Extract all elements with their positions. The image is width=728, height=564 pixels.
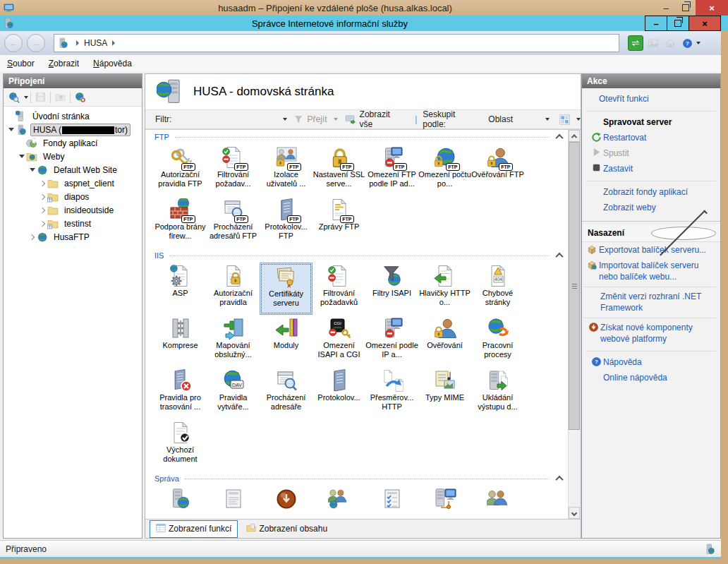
feature-omezen-po-tu-po[interactable]: FTPOmezení počtu po... [418, 144, 471, 196]
tree-expander-icon[interactable] [38, 217, 47, 230]
tree-item-default-web-site[interactable]: Default Web Site [4, 163, 142, 176]
action-online-n-pov-da[interactable]: Online nápověda [586, 370, 716, 385]
scroll-up-button[interactable] [569, 130, 580, 142]
feature-mapov-n-obslu-n[interactable]: Mapování obslužný... [207, 315, 260, 367]
menu-zobrazit[interactable]: Zobrazit [42, 56, 86, 71]
tree-expander-icon[interactable] [28, 230, 37, 244]
tree-item-testinst[interactable]: testinst [4, 217, 142, 230]
feature-nastaven-ssl-serve[interactable]: FTPNastavení SSL serve... [313, 144, 365, 196]
section-collapse-button[interactable] [554, 132, 564, 142]
create-connection-caret-icon[interactable] [24, 96, 28, 99]
breadcrumb-arrow-icon[interactable] [76, 40, 79, 46]
tab-zobrazeni-obsahu[interactable]: Zobrazení obsahu [241, 521, 333, 537]
view-mode-caret-icon[interactable] [576, 118, 581, 121]
action-zobrazit-fondy-aplikac[interactable]: Zobrazit fondy aplikací [586, 184, 716, 200]
app-close-button[interactable]: × [688, 16, 721, 31]
action-otev-t-funkci[interactable]: Otevřít funkci [582, 91, 720, 107]
filter-dropdown-caret-icon[interactable] [283, 118, 287, 121]
help-button[interactable]: ? [680, 36, 694, 50]
rdp-restore-button[interactable] [676, 0, 696, 16]
tree-item-insideoutside[interactable]: insideoutside [4, 203, 142, 217]
vertical-scrollbar[interactable] [568, 130, 581, 519]
action-zm-nit-verzi-rozhran-net-framework[interactable]: Změnit verzi rozhraní .NET Framework [583, 287, 716, 316]
feature-servernet[interactable] [418, 486, 471, 519]
feature-moduly[interactable]: Moduly [260, 315, 313, 367]
feature-omezen-ftp-podle-ip-ad[interactable]: FTPOmezení FTP podle IP ad... [365, 144, 418, 196]
breadcrumb-node[interactable]: HUSA [84, 38, 107, 48]
feature-izolace-u-ivatel[interactable]: FTPIzolace uživatelů ... [260, 144, 313, 196]
tree-expander-icon[interactable] [6, 123, 16, 136]
action-zobrazit-weby[interactable]: Zobrazit weby [586, 200, 716, 215]
app-minimize-button[interactable]: – [645, 16, 667, 31]
action-exportovat-bal-ek-serveru[interactable]: Exportovat balíček serveru... [582, 242, 720, 258]
feature-p-esm-rov-http[interactable]: Přesměrov... HTTP [365, 367, 418, 419]
feature-proch-zen-adres-e[interactable]: Procházení adresáře [260, 367, 313, 419]
action-importovat-bal-ek-serveru-nebo-bal-ek-webu[interactable]: Importovat balíček serveru nebo balíček … [582, 258, 720, 284]
menu-napoveda[interactable]: Nápověda [86, 56, 139, 71]
back-button[interactable]: ← [4, 34, 23, 52]
feature-filtry-isapi[interactable]: Filtry ISAPI [365, 263, 418, 315]
feature-ukl-d-n-v-stupu-d[interactable]: Ukládání výstupu d... [471, 367, 524, 419]
feature-pravidla-vytv-e[interactable]: DAVPravidla vytváře... [207, 367, 260, 419]
breadcrumb[interactable]: HUSA [54, 34, 619, 52]
tree-item-husa-tor[interactable]: HUSA (tor) [4, 123, 142, 136]
feature-serverglobe[interactable] [154, 486, 207, 519]
action-n-pov-da[interactable]: ?Nápověda [586, 354, 716, 370]
rdp-close-button[interactable]: × [696, 0, 728, 16]
feature-autoriza-n-pravidla-ftp[interactable]: FTPAutorizační pravidla FTP [154, 144, 207, 196]
app-restore-button[interactable] [667, 16, 689, 31]
rdp-minimize-button[interactable]: – [656, 0, 676, 16]
tree-item-aspnet-client[interactable]: aspnet_client [4, 176, 142, 190]
group-by-select[interactable]: Oblast [488, 114, 513, 124]
menu-soubor[interactable]: Soubor [0, 56, 42, 71]
feature-ov-ov-n[interactable]: Ověřování [418, 315, 471, 367]
feature-filtrov-n-po-adavk[interactable]: Filtrování požadavků [313, 263, 365, 315]
refresh-connection-button[interactable] [628, 35, 643, 51]
feature-autoriza-n-pravidla[interactable]: Autorizační pravidla [207, 263, 260, 315]
scroll-down-button[interactable] [569, 507, 580, 519]
group-by-caret-icon[interactable] [545, 118, 550, 121]
feature-ov-ov-n-ftp[interactable]: FTPOvěřování FTP [471, 144, 524, 196]
section-collapse-button[interactable] [554, 251, 564, 260]
feature-hlavi-ky-http-o[interactable]: Hlavičky HTTP o... [418, 263, 471, 315]
feature-asp[interactable]: ASP [154, 263, 207, 315]
feature-omezen-podle-ip-a[interactable]: Omezení podle IP a... [365, 315, 418, 367]
tree-item-diapos[interactable]: diapos [4, 190, 142, 203]
feature-typy-mime[interactable]: Typy MIME [418, 367, 471, 419]
create-connection-button[interactable] [6, 90, 22, 104]
feature-certifik-ty-serveru[interactable]: Certifikáty serveru [260, 263, 313, 315]
tree-expander-icon[interactable] [38, 190, 47, 203]
feature-protokolov[interactable]: Protokolov... [313, 367, 365, 419]
feature-usersglobe[interactable] [313, 486, 365, 519]
tree-expander-icon[interactable] [28, 163, 37, 176]
tree-item-vodn-str-nka[interactable]: Úvodní stránka [4, 109, 142, 123]
feature-komprese[interactable]: Komprese [154, 315, 207, 367]
tree-expander-icon[interactable] [17, 150, 26, 163]
feature-users2[interactable] [471, 486, 524, 519]
action-zastavit[interactable]: Zastavit [586, 161, 716, 176]
feature-pravidla-pro-trasov-n[interactable]: Pravidla pro trasování ... [154, 367, 207, 419]
feature-protokolov-ftp[interactable]: FTPProtokolov... FTP [260, 196, 313, 248]
feature-podpora-br-ny-firew[interactable]: FTPPodpora brány firew... [154, 196, 207, 248]
forward-button[interactable]: → [27, 34, 45, 52]
feature-sphere[interactable] [260, 486, 313, 519]
feature-v-choz-dokument[interactable]: Výchozí dokument [154, 419, 207, 472]
feature-checklist[interactable] [365, 486, 418, 519]
section-collapse-button[interactable] [554, 474, 564, 484]
feature-omezen-isapi-a-cgi[interactable]: CGIOmezení ISAPI a CGI [313, 315, 365, 367]
action-restartovat[interactable]: Restartovat [586, 130, 716, 145]
feature-docplain[interactable] [207, 486, 260, 519]
tree-expander-icon[interactable] [38, 176, 47, 190]
feature-proch-zen-adres-ftp[interactable]: FTPProcházení adresářů FTP [207, 196, 260, 248]
feature-pracovn-procesy[interactable]: Pracovní procesy [471, 315, 524, 367]
section-collapse-button[interactable] [651, 227, 716, 240]
breadcrumb-arrow-icon[interactable] [112, 40, 115, 46]
scrollbar-thumb[interactable] [569, 142, 580, 430]
feature-zpr-vy-ftp[interactable]: FTPZprávy FTP [313, 196, 365, 248]
tree-item-fondy-aplikac[interactable]: Fondy aplikací [4, 136, 142, 150]
view-mode-button[interactable] [559, 114, 570, 125]
tree-item-weby[interactable]: Weby [4, 150, 142, 163]
disconnect-button[interactable] [73, 90, 88, 104]
tab-zobrazeni-funkci[interactable]: Zobrazení funkcí [150, 520, 238, 538]
action-z-skat-nov-komponenty-webov-platformy[interactable]: Získat nové komponenty webové platformy [583, 318, 716, 347]
